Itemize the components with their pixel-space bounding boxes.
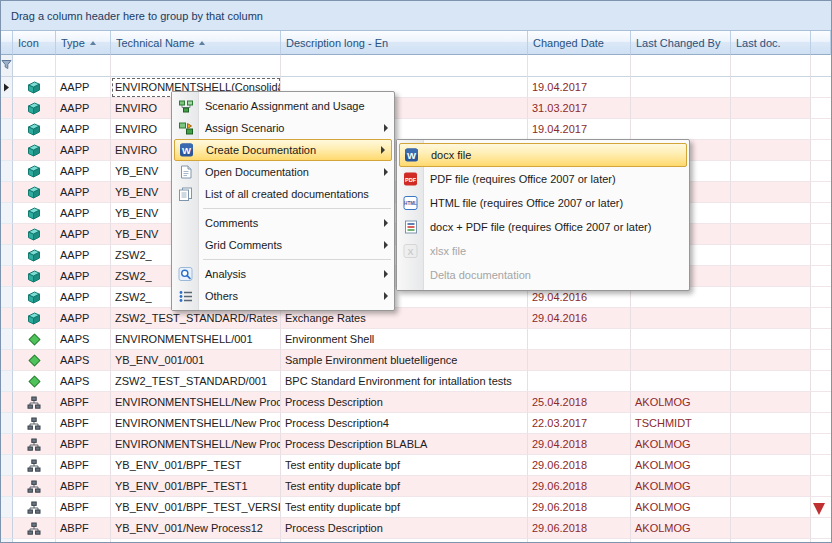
table-row[interactable]: AAPSYB_ENV_001/001Sample Environment blu… xyxy=(1,350,831,371)
cell-changed-date[interactable] xyxy=(528,371,631,392)
table-row[interactable]: ABPFENVIRONMENTSHELL/New Proc...Process … xyxy=(1,434,831,455)
cell-last-doc[interactable] xyxy=(731,308,811,329)
cell-icon[interactable] xyxy=(13,455,56,476)
filter-cell-last-doc[interactable] xyxy=(731,55,811,77)
cell-type[interactable]: ABPF xyxy=(56,392,111,413)
column-header-type[interactable]: Type xyxy=(56,31,111,55)
cell-description[interactable]: Test entity duplicate bpf xyxy=(281,476,528,497)
table-row[interactable]: ABPF xyxy=(1,539,831,542)
menu-item-docx-pdf-file-requires-office-2007-or-later[interactable]: docx + PDF file (requires Office 2007 or… xyxy=(397,215,689,239)
cell-last-doc[interactable] xyxy=(731,539,811,542)
cell-description[interactable]: Test entity duplicate bpf xyxy=(281,455,528,476)
cell-type[interactable]: ABPF xyxy=(56,476,111,497)
cell-last-changed-by[interactable]: AKOLMOG xyxy=(631,455,731,476)
cell-description[interactable] xyxy=(281,539,528,542)
cell-technical-name[interactable] xyxy=(111,539,281,542)
cell-last-doc[interactable] xyxy=(731,140,811,161)
cell-changed-date[interactable]: 29.06.2018 xyxy=(528,497,631,518)
filter-cell-description[interactable] xyxy=(281,55,528,77)
cell-icon[interactable] xyxy=(13,476,56,497)
cell-last-doc[interactable] xyxy=(731,350,811,371)
cell-icon[interactable] xyxy=(13,413,56,434)
cell-type[interactable]: ABPF xyxy=(56,539,111,542)
cell-type[interactable]: AAPP xyxy=(56,245,111,266)
cell-last-changed-by[interactable]: AKOLMOG xyxy=(631,392,731,413)
cell-changed-date[interactable]: 29.06.2018 xyxy=(528,455,631,476)
cell-icon[interactable] xyxy=(13,266,56,287)
cell-technical-name[interactable]: YB_ENV_001/BPF_TEST1 xyxy=(111,476,281,497)
cell-changed-date[interactable]: 29.04.2018 xyxy=(528,434,631,455)
cell-last-doc[interactable] xyxy=(731,329,811,350)
filter-cell-last-changed-by[interactable] xyxy=(631,55,731,77)
cell-icon[interactable] xyxy=(13,287,56,308)
cell-last-changed-by[interactable] xyxy=(631,98,731,119)
cell-technical-name[interactable]: YB_ENV_001/BPF_TEST_VERSION xyxy=(111,497,281,518)
cell-last-changed-by[interactable] xyxy=(631,329,731,350)
cell-technical-name[interactable]: ZSW2_TEST_STANDARD/001 xyxy=(111,371,281,392)
cell-last-doc[interactable] xyxy=(731,497,811,518)
column-header-icon[interactable]: Icon xyxy=(13,31,56,55)
cell-changed-date[interactable]: 29.04.2016 xyxy=(528,308,631,329)
cell-changed-date[interactable]: 29.06.2018 xyxy=(528,518,631,539)
menu-item-open-documentation[interactable]: Open Documentation xyxy=(172,161,394,183)
cell-icon[interactable] xyxy=(13,140,56,161)
cell-description[interactable]: Test entity duplicate bpf xyxy=(281,497,528,518)
table-row[interactable]: AAPPZSW2_TEST_STANDARD/RatesExchange Rat… xyxy=(1,308,831,329)
menu-item-delta-documentation[interactable]: Delta documentation xyxy=(397,263,689,287)
cell-last-changed-by[interactable] xyxy=(631,350,731,371)
cell-last-doc[interactable] xyxy=(731,161,811,182)
cell-last-changed-by[interactable] xyxy=(631,539,731,542)
cell-last-doc[interactable] xyxy=(731,392,811,413)
cell-description[interactable]: BPC Standard Environment for intallation… xyxy=(281,371,528,392)
cell-last-changed-by[interactable] xyxy=(631,119,731,140)
cell-last-doc[interactable] xyxy=(731,287,811,308)
cell-last-changed-by[interactable]: TSCHMIDT xyxy=(631,413,731,434)
cell-icon[interactable] xyxy=(13,77,56,98)
cell-type[interactable]: AAPP xyxy=(56,119,111,140)
column-header-changed-date[interactable]: Changed Date xyxy=(528,31,631,55)
cell-icon[interactable] xyxy=(13,182,56,203)
cell-last-doc[interactable] xyxy=(731,266,811,287)
cell-icon[interactable] xyxy=(13,119,56,140)
cell-changed-date[interactable]: 19.04.2017 xyxy=(528,77,631,98)
cell-technical-name[interactable]: ENVIRONMENTSHELL/New Proc... xyxy=(111,434,281,455)
cell-last-changed-by[interactable] xyxy=(631,371,731,392)
cell-icon[interactable] xyxy=(13,371,56,392)
cell-last-doc[interactable] xyxy=(731,77,811,98)
cell-technical-name[interactable]: YB_ENV_001/New Process12 xyxy=(111,518,281,539)
column-header-last-changed-by[interactable]: Last Changed By xyxy=(631,31,731,55)
table-row[interactable]: ABPFENVIRONMENTSHELL/New Proc...Process … xyxy=(1,392,831,413)
cell-last-doc[interactable] xyxy=(731,518,811,539)
cell-type[interactable]: AAPS xyxy=(56,371,111,392)
table-row[interactable]: ABPFENVIRONMENTSHELL/New Proc...Process … xyxy=(1,413,831,434)
cell-type[interactable]: AAPP xyxy=(56,77,111,98)
cell-last-changed-by[interactable] xyxy=(631,77,731,98)
cell-icon[interactable] xyxy=(13,329,56,350)
cell-type[interactable]: ABPF xyxy=(56,518,111,539)
column-header-last-doc[interactable]: Last doc. xyxy=(731,31,811,55)
menu-item-comments[interactable]: Comments xyxy=(172,212,394,234)
menu-item-analysis[interactable]: Analysis xyxy=(172,263,394,285)
cell-icon[interactable] xyxy=(13,497,56,518)
menu-item-docx-file[interactable]: Wdocx file xyxy=(399,143,687,167)
cell-last-changed-by[interactable]: AKOLMOG xyxy=(631,518,731,539)
cell-icon[interactable] xyxy=(13,224,56,245)
menu-item-xlsx-file[interactable]: Xxlsx file xyxy=(397,239,689,263)
group-by-panel[interactable]: Drag a column header here to group by th… xyxy=(1,1,831,31)
cell-last-doc[interactable] xyxy=(731,182,811,203)
cell-icon[interactable] xyxy=(13,392,56,413)
cell-last-doc[interactable] xyxy=(731,245,811,266)
cell-last-doc[interactable] xyxy=(731,224,811,245)
table-row[interactable]: AAPSZSW2_TEST_STANDARD/001BPC Standard E… xyxy=(1,371,831,392)
cell-icon[interactable] xyxy=(13,245,56,266)
cell-description[interactable]: Exchange Rates xyxy=(281,308,528,329)
cell-description[interactable]: Sample Environment bluetelligence xyxy=(281,350,528,371)
filter-cell-technical-name[interactable] xyxy=(111,55,281,77)
cell-icon[interactable] xyxy=(13,434,56,455)
cell-icon[interactable] xyxy=(13,308,56,329)
cell-type[interactable]: AAPP xyxy=(56,182,111,203)
table-row[interactable]: ABPFYB_ENV_001/BPF_TESTTest entity dupli… xyxy=(1,455,831,476)
filter-cell-icon[interactable] xyxy=(13,55,56,77)
cell-technical-name[interactable]: ENVIRONMENTSHELL/New Proc... xyxy=(111,392,281,413)
cell-type[interactable]: AAPP xyxy=(56,224,111,245)
